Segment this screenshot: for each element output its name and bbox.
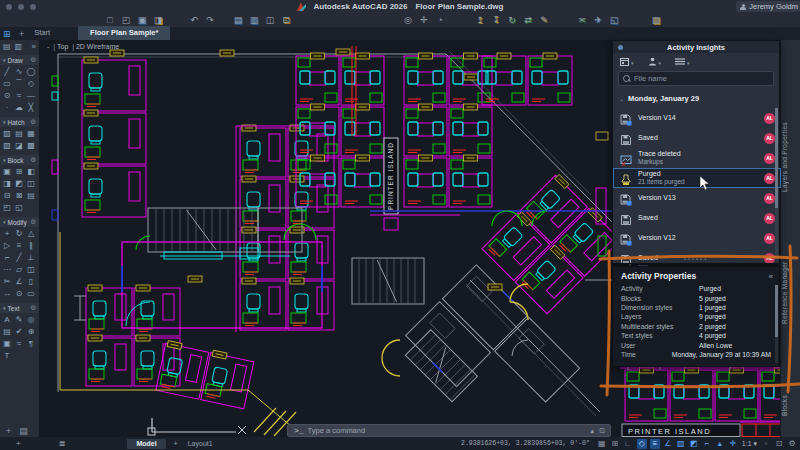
hatch-pattern-tool-icon[interactable]: ▨ xyxy=(1,128,13,140)
viewport-view-control[interactable]: Top xyxy=(57,43,68,50)
lengthen-tool-icon[interactable]: ▯ xyxy=(25,276,37,288)
activity-item[interactable]: Version V14AL xyxy=(613,108,781,128)
layout-list-icon[interactable]: ≣ xyxy=(59,439,66,448)
fillet-tool-icon[interactable]: ⊥ xyxy=(25,252,37,264)
purge-block-tool-icon[interactable]: ◱ xyxy=(13,202,25,214)
redo-icon[interactable]: ↷ xyxy=(204,14,216,26)
palette-display-icon[interactable]: ▤ xyxy=(3,42,11,51)
stretch-tool-icon[interactable]: ≡ xyxy=(13,240,25,252)
line-tool-icon[interactable]: ╱ xyxy=(1,66,13,78)
add-palette-icon[interactable]: + xyxy=(6,426,11,436)
workspace-switching-icon[interactable]: ▫ xyxy=(761,439,771,449)
viewport-controls[interactable]: - | Top | 2D Wireframe xyxy=(47,43,119,50)
isometric-drafting-icon[interactable]: ◇ xyxy=(637,439,647,449)
command-history-icon[interactable]: ▴ xyxy=(591,427,595,435)
hatch-cross-tool-icon[interactable]: ╳ xyxy=(25,102,37,114)
pan-icon[interactable]: ✛ xyxy=(418,14,430,26)
activity-item[interactable]: SavedAL xyxy=(613,208,781,228)
lineweight-icon[interactable]: ⌐ xyxy=(702,439,712,449)
spell-check-tool-icon[interactable]: ✔ xyxy=(13,326,25,338)
replace-block-tool-icon[interactable]: ◰ xyxy=(1,202,13,214)
activity-item[interactable]: Version V13AL xyxy=(613,188,781,208)
viewport-visual-style-control[interactable]: 2D Wireframe xyxy=(76,43,119,50)
new-file-icon[interactable]: □ xyxy=(104,14,116,26)
side-tab-layers-and-properties[interactable]: Layers and Properties xyxy=(781,92,800,222)
collapse-popup-icon[interactable]: « xyxy=(769,272,773,281)
scale-tool-icon[interactable]: △ xyxy=(25,228,37,240)
user-avatar[interactable]: AL xyxy=(764,173,775,184)
palette-options-icon[interactable]: ▥ xyxy=(15,42,28,51)
attribute-tool-icon[interactable]: ◩ xyxy=(13,178,25,190)
donut-tool-icon[interactable]: ⊙ xyxy=(1,90,13,102)
user-avatar[interactable]: AL xyxy=(764,193,775,204)
multiline-text-tool-icon[interactable]: A xyxy=(1,314,13,326)
trim-tool-icon[interactable]: ⌐ xyxy=(1,252,13,264)
tab-overview-icon[interactable]: ⊞ xyxy=(3,29,13,39)
text-style-tool-icon[interactable]: T xyxy=(1,350,13,362)
plot-preview-icon[interactable]: ⊡ xyxy=(280,14,292,26)
annotation-visibility-icon[interactable]: ✛ xyxy=(728,439,738,449)
batch-plot-icon[interactable]: ▥ xyxy=(248,14,260,26)
edit-text-tool-icon[interactable]: ✎ xyxy=(13,314,25,326)
create-block-tool-icon[interactable]: ⊞ xyxy=(13,166,25,178)
page-setup-icon[interactable]: ◫ xyxy=(264,14,276,26)
revision-cloud-tool-icon[interactable]: ☁ xyxy=(13,102,25,114)
sync-settings-icon[interactable]: ⇄ xyxy=(522,14,534,26)
user-filter-button[interactable]: ▾ xyxy=(648,57,662,66)
point-tool-icon[interactable]: · xyxy=(1,102,13,114)
extend-tool-icon[interactable]: ╱ xyxy=(13,252,25,264)
search-input[interactable] xyxy=(634,74,769,83)
layout1-tab[interactable]: Layout1 xyxy=(188,440,213,447)
object-snap-icon[interactable]: ▧ xyxy=(676,439,686,449)
rotate-tool-icon[interactable]: ↻ xyxy=(13,228,25,240)
drawing-compare-icon[interactable]: ≍ xyxy=(576,14,588,26)
palette-section-hatch[interactable]: ▾Hatch⚙ xyxy=(0,117,39,127)
file-name-search[interactable] xyxy=(618,71,774,86)
array-tool-icon[interactable]: ⋯ xyxy=(1,264,13,276)
activity-item[interactable]: Version V12AL xyxy=(613,228,781,248)
add-layout-icon[interactable]: + xyxy=(16,439,21,448)
dynamic-input-icon[interactable]: ≡ xyxy=(650,439,660,449)
field-tool-icon[interactable]: ⊕ xyxy=(25,326,37,338)
paragraph-tool-icon[interactable]: ¶ xyxy=(25,338,37,350)
hatch-diagonal-tool-icon[interactable]: ▧ xyxy=(1,140,13,152)
command-customize-icon[interactable]: ⊡ xyxy=(599,427,605,435)
block-editor-tool-icon[interactable]: ◨ xyxy=(1,178,13,190)
construction-line-tool-icon[interactable]: — xyxy=(25,90,37,102)
arc-tool-icon[interactable]: ⌒ xyxy=(13,78,25,90)
mirror-tool-icon[interactable]: ▷ xyxy=(1,240,13,252)
activity-item[interactable]: Trace deletedMarkupsAL xyxy=(613,148,781,168)
grid-display-icon[interactable]: ▦ xyxy=(597,439,607,449)
chamfer-tool-icon[interactable]: ∠ xyxy=(13,276,25,288)
copy-tool-icon[interactable]: ▱ xyxy=(13,264,25,276)
expand-palette-icon[interactable]: » xyxy=(32,42,36,51)
open-file-icon[interactable]: ◰ xyxy=(120,14,132,26)
command-input[interactable] xyxy=(308,426,591,435)
start-tab[interactable]: Start xyxy=(24,28,60,40)
insert-block-tool-icon[interactable]: ▣ xyxy=(1,166,13,178)
model-tab[interactable]: Model xyxy=(127,439,165,449)
print-icon[interactable]: ▤ xyxy=(232,14,244,26)
user-avatar[interactable]: AL xyxy=(764,133,775,144)
orbit-icon[interactable]: ◔ xyxy=(434,14,446,26)
palette-section-draw[interactable]: ▾Draw⚙ xyxy=(0,55,39,65)
rectangle-tool-icon[interactable]: ▭ xyxy=(1,78,13,90)
active-drawing-tab[interactable]: Floor Plan Sample* xyxy=(78,26,170,40)
hatch-grid-tool-icon[interactable]: ▦ xyxy=(25,128,37,140)
activity-date-group[interactable]: ⌄ Monday, January 29 xyxy=(613,89,779,105)
user-account-button[interactable]: Jeremy Goldm xyxy=(736,1,800,12)
section-settings-icon[interactable]: ⚙ xyxy=(30,304,36,312)
refresh-icon[interactable]: ↻ xyxy=(506,14,518,26)
polyline-tool-icon[interactable]: ∿ xyxy=(13,66,25,78)
write-block-tool-icon[interactable]: ◧ xyxy=(25,166,37,178)
section-settings-icon[interactable]: ⚙ xyxy=(30,156,36,164)
save-icon[interactable]: ▣ xyxy=(136,14,148,26)
dwg-convert-icon[interactable]: ✎ xyxy=(538,14,550,26)
popup-scrollbar-thumb[interactable] xyxy=(775,285,778,337)
edit-attribute-tool-icon[interactable]: ◫ xyxy=(25,178,37,190)
user-avatar[interactable]: AL xyxy=(764,153,775,164)
palette-section-text[interactable]: ▾Text⚙ xyxy=(0,303,39,313)
undo-icon[interactable]: ↶ xyxy=(188,14,200,26)
save-as-icon[interactable]: ◨ xyxy=(152,14,164,26)
hatch-dense-tool-icon[interactable]: ▩ xyxy=(25,140,37,152)
